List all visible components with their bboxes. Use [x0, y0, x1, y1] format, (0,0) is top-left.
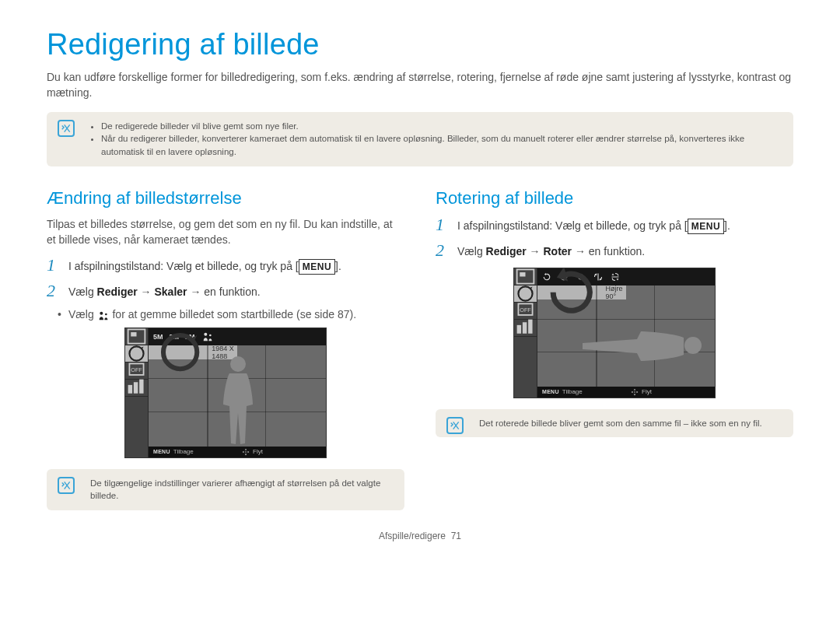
- page-title: Redigering af billede: [47, 28, 793, 61]
- svg-rect-6: [128, 384, 132, 393]
- left-column: Ændring af billedstørrelse Tilpas et bil…: [47, 188, 404, 510]
- section-heading-rotate: Rotering af billede: [436, 188, 793, 208]
- step2-prefix: Vælg: [68, 285, 97, 298]
- step-2: 2 Vælg Rediger → Skaler → en funktion.: [47, 282, 404, 300]
- svg-point-20: [684, 337, 702, 354]
- note-icon: [446, 417, 464, 434]
- resize-paragraph: Tilpas et billedes størrelse, og gem det…: [47, 216, 404, 248]
- right-note-text: Det roterede billede bliver gemt som den…: [478, 417, 782, 430]
- menu-label: MENU: [542, 389, 559, 394]
- step2-skaler: Skaler: [154, 285, 187, 298]
- svg-rect-8: [139, 379, 143, 393]
- step2-rediger: Rediger: [97, 285, 138, 298]
- svg-rect-18: [523, 322, 527, 334]
- step2-prefix: Vælg: [457, 245, 486, 257]
- sub-suffix: for at gemme billedet som startbillede (…: [110, 308, 356, 321]
- step-1: 1 I afspilningstilstand: Vælg et billede…: [436, 216, 793, 234]
- left-note-text: De tilgængelige indstillinger varierer a…: [89, 477, 394, 503]
- sub-prefix: Vælg: [68, 308, 97, 321]
- move-label: Flyt: [642, 388, 652, 395]
- svg-point-12: [245, 451, 247, 453]
- menu-key: MENU: [299, 259, 335, 275]
- note-icon: [58, 120, 75, 137]
- camera-screen-resize: OFF 5M 3M 1M 1984 X 1488: [124, 328, 327, 458]
- back-label: Tilbage: [562, 388, 583, 395]
- dpad-icon: [242, 448, 250, 456]
- right-column: Rotering af billede 1 I afspilningstilst…: [436, 188, 793, 510]
- step-2: 2 Vælg Rediger → Roter → en funktion.: [436, 242, 793, 260]
- sidebar-slot: [125, 380, 148, 397]
- svg-rect-17: [517, 324, 521, 333]
- svg-rect-7: [134, 382, 138, 394]
- step1-suffix: ].: [335, 260, 341, 272]
- svg-text:OFF: OFF: [131, 366, 142, 373]
- move-label: Flyt: [253, 448, 263, 455]
- svg-point-10: [209, 334, 212, 336]
- page-footer: Afspille/redigere 71: [47, 531, 793, 541]
- person-icon: [97, 310, 110, 321]
- svg-text:OFF: OFF: [520, 306, 531, 313]
- svg-rect-3: [131, 332, 136, 336]
- sub-bullet: Vælg for at gemme billedet som startbill…: [47, 308, 404, 321]
- right-note-box: Det roterede billede bliver gemt som den…: [436, 409, 793, 438]
- step2-arrow1: →: [138, 285, 155, 298]
- intro-text: Du kan udføre forskellige former for bil…: [47, 69, 793, 101]
- step1-text: I afspilningstilstand: Vælg et billede, …: [68, 260, 299, 272]
- top-note-item: Når du redigerer billeder, konverterer k…: [101, 132, 782, 158]
- menu-key: MENU: [688, 219, 724, 234]
- section-heading-resize: Ændring af billedstørrelse: [47, 188, 404, 208]
- step1-suffix: ].: [724, 219, 730, 232]
- top-note-item: De redigerede billeder vil blive gemt so…: [101, 120, 782, 133]
- step2-rediger: Rediger: [486, 245, 527, 257]
- step-1: 1 I afspilningstilstand: Vælg et billede…: [47, 257, 404, 275]
- step-number: 2: [47, 282, 61, 299]
- screen-bottombar: MENUTilbage Flyt: [149, 447, 326, 457]
- left-note-box: De tilgængelige indstillinger varierer a…: [47, 469, 404, 510]
- note-icon: [58, 477, 75, 494]
- step1-text: I afspilningstilstand: Vælg et billede, …: [457, 219, 688, 232]
- flip-v-icon: [611, 272, 620, 282]
- step2-suffix: → en funktion.: [572, 245, 645, 257]
- step-number: 2: [436, 242, 450, 259]
- svg-point-11: [230, 356, 246, 372]
- step2-suffix: → en funktion.: [187, 285, 261, 298]
- screen-sidebar: OFF: [125, 328, 149, 457]
- back-label: Tilbage: [173, 448, 194, 455]
- footer-page: 71: [451, 531, 461, 541]
- step2-roter: Roter: [543, 245, 572, 257]
- manual-page: Redigering af billede Du kan udføre fors…: [0, 0, 840, 565]
- step-number: 1: [436, 216, 450, 233]
- dpad-icon: [631, 388, 639, 396]
- sidebar-slot: [514, 320, 537, 337]
- screen-bottombar: MENUTilbage Flyt: [537, 387, 715, 398]
- person-silhouette-rotated: [576, 322, 709, 369]
- svg-point-21: [634, 391, 635, 393]
- camera-screen-rotate: OFF: [513, 268, 716, 398]
- person-silhouette: [211, 353, 265, 447]
- step-number: 1: [47, 257, 61, 274]
- top-note-box: De redigerede billeder vil blive gemt so…: [47, 112, 793, 166]
- footer-section: Afspille/redigere: [379, 531, 446, 541]
- step2-arrow1: →: [527, 245, 544, 257]
- screen-sidebar: OFF: [514, 268, 537, 398]
- svg-rect-19: [528, 319, 532, 333]
- svg-point-0: [100, 311, 103, 314]
- svg-point-1: [105, 313, 107, 315]
- svg-rect-14: [520, 272, 525, 276]
- menu-label: MENU: [153, 449, 170, 454]
